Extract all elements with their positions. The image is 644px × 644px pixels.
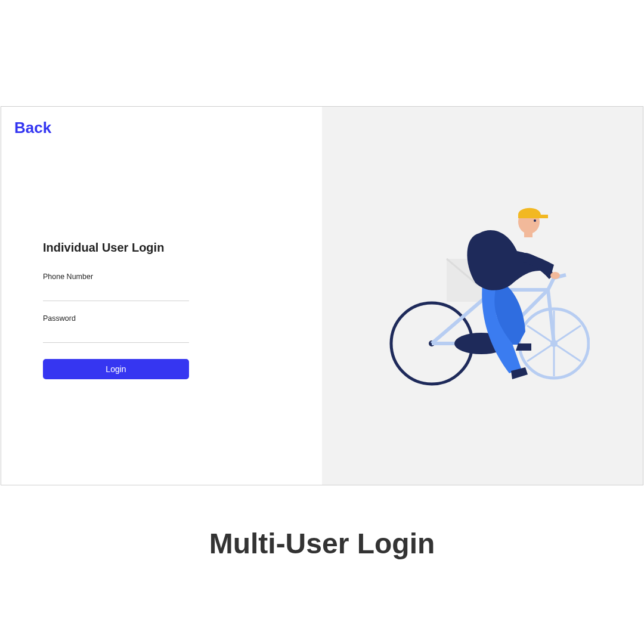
cyclist-illustration-icon (375, 194, 590, 397)
login-card: Back Individual User Login Phone Number … (1, 106, 643, 485)
svg-rect-20 (524, 230, 532, 237)
svg-point-21 (534, 219, 536, 222)
login-form: Individual User Login Phone Number Passw… (43, 241, 189, 379)
back-link[interactable]: Back (14, 119, 51, 137)
page-caption: Multi-User Login (209, 527, 435, 560)
password-input[interactable] (43, 331, 189, 343)
svg-line-6 (554, 343, 581, 361)
form-title: Individual User Login (43, 241, 189, 255)
password-label: Password (43, 314, 189, 323)
svg-rect-22 (490, 283, 503, 287)
svg-point-18 (550, 272, 560, 279)
login-button[interactable]: Login (43, 359, 189, 379)
phone-input[interactable] (43, 289, 189, 301)
left-pane: Back Individual User Login Phone Number … (1, 107, 322, 485)
svg-line-9 (527, 326, 554, 343)
right-pane (322, 107, 643, 485)
svg-line-5 (554, 326, 581, 343)
phone-label: Phone Number (43, 273, 189, 281)
